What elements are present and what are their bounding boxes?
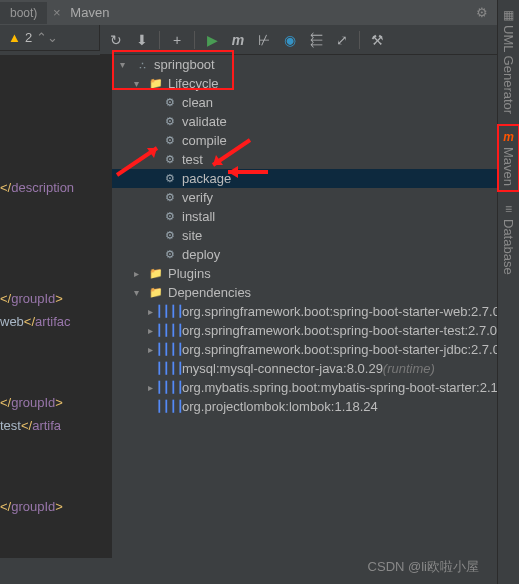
toggle-skip-tests-icon[interactable]: ⊬ [252, 28, 276, 52]
dep-label: mysql:mysql-connector-java:8.0.29 [182, 361, 383, 376]
maven-toolbar: ↻ ⬇ + ▶ m ⊬ ◉ ⬱ ⤢ ⚒ [100, 25, 519, 55]
lifecycle-goal-clean[interactable]: ⚙clean [112, 93, 519, 112]
warning-count: 2 [25, 30, 32, 45]
library-icon: ┃┃┃┃ [162, 343, 178, 356]
chevron-down-icon[interactable]: ▾ [120, 59, 134, 70]
dep-label: org.springframework.boot:spring-boot-sta… [182, 304, 500, 319]
warning-icon: ▲ [8, 30, 21, 45]
uml-icon: ▦ [503, 8, 514, 22]
goal-label: deploy [182, 247, 220, 262]
folder-icon: 📁 [148, 267, 164, 280]
right-tool-rail: ▦ UML Generator m Maven ≡ Database [497, 0, 519, 584]
library-icon: ┃┃┃┃ [162, 305, 178, 318]
lifecycle-label: Lifecycle [168, 76, 219, 91]
chevron-down-icon[interactable]: ▾ [134, 287, 148, 298]
dependency-item[interactable]: ▸┃┃┃┃org.mybatis.spring.boot:mybatis-spr… [112, 378, 519, 397]
lifecycle-goal-compile[interactable]: ⚙compile [112, 131, 519, 150]
problems-bar: ▲ 2 ⌃⌄ [0, 25, 100, 51]
gear-icon: ⚙ [162, 210, 178, 223]
lifecycle-goal-install[interactable]: ⚙install [112, 207, 519, 226]
goal-label: compile [182, 133, 227, 148]
dependency-item[interactable]: ▸┃┃┃┃org.springframework.boot:spring-boo… [112, 340, 519, 359]
project-label: springboot [154, 57, 215, 72]
reload-icon[interactable]: ↻ [104, 28, 128, 52]
maven-tool-label: Maven [501, 147, 516, 186]
maven-tool[interactable]: m Maven [497, 124, 519, 192]
gear-icon: ⚙ [162, 229, 178, 242]
gear-icon: ⚙ [162, 153, 178, 166]
cycle-icon[interactable]: ◉ [278, 28, 302, 52]
library-icon: ┃┃┃┃ [162, 400, 178, 413]
dependency-item[interactable]: ▸┃┃┃┃org.springframework.boot:spring-boo… [112, 302, 519, 321]
maven-icon: m [503, 130, 514, 144]
add-icon[interactable]: + [165, 28, 189, 52]
maven-project-icon: ⛬ [134, 59, 150, 71]
goal-label: validate [182, 114, 227, 129]
lifecycle-goal-validate[interactable]: ⚙validate [112, 112, 519, 131]
gear-icon: ⚙ [162, 172, 178, 185]
gear-icon: ⚙ [162, 96, 178, 109]
goal-label: verify [182, 190, 213, 205]
database-tool[interactable]: ≡ Database [499, 198, 518, 279]
show-deps-icon[interactable]: ⬱ [304, 28, 328, 52]
panel-title: Maven [64, 5, 476, 20]
dep-label: org.mybatis.spring.boot:mybatis-spring-b… [182, 380, 498, 395]
plugins-label: Plugins [168, 266, 211, 281]
dep-label: org.projectlombok:lombok:1.18.24 [182, 399, 378, 414]
project-node[interactable]: ▾ ⛬ springboot [112, 55, 519, 74]
library-icon: ┃┃┃┃ [162, 324, 178, 337]
goal-label: clean [182, 95, 213, 110]
run-icon[interactable]: ▶ [200, 28, 224, 52]
lifecycle-goal-verify[interactable]: ⚙verify [112, 188, 519, 207]
execute-maven-icon[interactable]: m [226, 28, 250, 52]
deps-label: Dependencies [168, 285, 251, 300]
goal-label: test [182, 152, 203, 167]
dep-label: org.springframework.boot:spring-boot-sta… [182, 323, 497, 338]
goal-label: install [182, 209, 215, 224]
gear-icon: ⚙ [162, 115, 178, 128]
dep-scope: (runtime) [383, 361, 435, 376]
gear-icon: ⚙ [162, 134, 178, 147]
tab-close-icon[interactable]: × [49, 5, 64, 20]
goal-label: site [182, 228, 202, 243]
database-icon: ≡ [505, 202, 512, 216]
tab-boot[interactable]: boot) [0, 2, 47, 24]
folder-icon: 📁 [148, 77, 164, 90]
lifecycle-goal-deploy[interactable]: ⚙deploy [112, 245, 519, 264]
lifecycle-goal-test[interactable]: ⚙test [112, 150, 519, 169]
chevron-up-down-icon[interactable]: ⌃⌄ [36, 30, 58, 45]
gear-icon: ⚙ [162, 248, 178, 261]
chevron-right-icon[interactable]: ▸ [134, 268, 148, 279]
dep-label: org.springframework.boot:spring-boot-sta… [182, 342, 500, 357]
dependency-item[interactable]: ┃┃┃┃mysql:mysql-connector-java:8.0.29 (r… [112, 359, 519, 378]
dependency-item[interactable]: ┃┃┃┃org.projectlombok:lombok:1.18.24 [112, 397, 519, 416]
plugins-node[interactable]: ▸ 📁 Plugins [112, 264, 519, 283]
generate-sources-icon[interactable]: ⬇ [130, 28, 154, 52]
chevron-down-icon[interactable]: ▾ [134, 78, 148, 89]
goal-label: package [182, 171, 231, 186]
gear-icon: ⚙ [162, 191, 178, 204]
library-icon: ┃┃┃┃ [162, 381, 178, 394]
db-label: Database [501, 219, 516, 275]
top-tab-bar: boot) × Maven ⚙ — [0, 0, 519, 25]
lifecycle-node[interactable]: ▾ 📁 Lifecycle [112, 74, 519, 93]
collapse-all-icon[interactable]: ⤢ [330, 28, 354, 52]
dependency-item[interactable]: ▸┃┃┃┃org.springframework.boot:spring-boo… [112, 321, 519, 340]
lifecycle-goal-package[interactable]: ⚙package [112, 169, 519, 188]
folder-icon: 📁 [148, 286, 164, 299]
library-icon: ┃┃┃┃ [162, 362, 178, 375]
settings-icon[interactable]: ⚒ [365, 28, 389, 52]
watermark-text: CSDN @li欧啦小屋 [368, 558, 479, 576]
uml-label: UML Generator [501, 25, 516, 114]
lifecycle-goal-site[interactable]: ⚙site [112, 226, 519, 245]
gear-icon[interactable]: ⚙ [476, 5, 488, 20]
code-editor[interactable]: </description </groupId> web</artifac </… [0, 55, 112, 558]
maven-tree: ▾ ⛬ springboot ▾ 📁 Lifecycle ⚙clean⚙vali… [112, 55, 519, 558]
uml-generator-tool[interactable]: ▦ UML Generator [499, 4, 518, 118]
dependencies-node[interactable]: ▾ 📁 Dependencies [112, 283, 519, 302]
